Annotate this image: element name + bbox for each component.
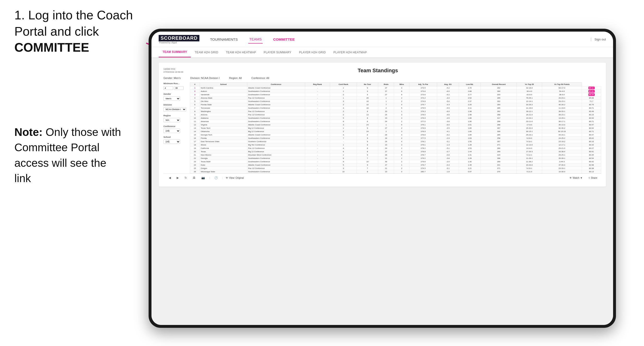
cell-school[interactable]: North Carolina	[200, 86, 247, 90]
cell-reg-rank: -	[305, 117, 330, 120]
region-select[interactable]: N/A	[164, 118, 180, 122]
content-area: Update time: 27/03/2024 16:56:26 Team St…	[152, 58, 613, 325]
cell-school[interactable]: California	[200, 147, 247, 150]
cell-school[interactable]: Arkansas	[200, 120, 247, 123]
cell-sg: -4.0	[437, 96, 459, 100]
cell-wins: 8	[394, 93, 409, 96]
cell-vs-top25: 12-17-1	[542, 143, 582, 147]
toolbar-print[interactable]: 🖶	[191, 176, 197, 180]
cell-rnds: 27	[378, 86, 394, 90]
cell-points: 80.71	[582, 120, 601, 123]
cell-school[interactable]: Arizona State	[200, 96, 247, 100]
sign-out-button[interactable]: Sign out	[594, 37, 606, 41]
toolbar-camera[interactable]: 📷	[200, 176, 206, 180]
cell-conference: Pac-12 Conference	[247, 147, 305, 150]
cell-school[interactable]: Ole Miss	[200, 100, 247, 103]
cell-points: 80.16	[582, 140, 601, 143]
subnav-player-h2h-heatmap[interactable]: PLAYER H2H HEATMAP	[330, 47, 371, 57]
school-select[interactable]: (All)	[164, 140, 180, 144]
cell-school[interactable]: Arizona	[200, 113, 247, 117]
cell-vs-top25: 39-23-1	[542, 113, 582, 117]
gender-label: Gender	[164, 93, 185, 95]
cell-vs-top25: 40-30-2	[542, 127, 582, 130]
cell-conf-rank: 1	[330, 127, 357, 130]
gender-select[interactable]: Men's	[164, 96, 180, 101]
cell-no-tour: 24	[357, 123, 378, 127]
toolbar-refresh[interactable]: ↻	[183, 176, 188, 180]
cell-overall: 17-9-0	[517, 123, 542, 127]
cell-rnds: 23	[378, 110, 394, 113]
cell-points: 71.7	[582, 100, 601, 103]
cell-overall: 17-33-3	[517, 150, 542, 153]
cell-adj: 274.2	[409, 96, 437, 100]
cell-school[interactable]: Texas A&M	[200, 160, 247, 164]
cell-school[interactable]: Florida State	[200, 103, 247, 107]
cell-vs-top25: 13-29-1	[542, 117, 582, 120]
nav-committee[interactable]: COMMITTEE	[272, 35, 296, 43]
cell-school[interactable]: Virginia	[200, 123, 247, 127]
subnav-team-h2h-grid[interactable]: TEAM H2H GRID	[191, 47, 222, 57]
cell-school[interactable]: Texas	[200, 150, 247, 153]
subnav-player-h2h-grid[interactable]: PLAYER H2H GRID	[295, 47, 330, 57]
cell-reg-rank: -	[305, 93, 330, 96]
nav-tournaments[interactable]: TOURNAMENTS	[209, 35, 239, 43]
table-row: 14OklahomaBig 12 Conference-22423276.9-4…	[190, 130, 601, 133]
watch-button[interactable]: 👁 Watch ▼	[570, 176, 582, 179]
cell-school[interactable]: Oregon	[200, 167, 247, 170]
cell-school[interactable]: Vanderbilt	[200, 93, 247, 96]
nav-teams[interactable]: TEAMS	[248, 35, 263, 43]
subnav-player-summary[interactable]: PLAYER SUMMARY	[260, 47, 295, 57]
cell-reg-rank: -	[305, 150, 330, 153]
cell-vs-top25: 29-25-1	[542, 153, 582, 157]
table-row: 2AuburnSoutheastern Conference-19276273.…	[190, 90, 601, 93]
cell-school[interactable]: Auburn	[200, 90, 247, 93]
subnav-team-summary[interactable]: TEAM SUMMARY	[159, 47, 191, 57]
cell-low-rd: 271	[481, 143, 517, 147]
cell-vs-top25: 40-26-2	[542, 103, 582, 107]
cell-conf-rank: 4	[330, 107, 357, 110]
cell-school[interactable]: New Mexico	[200, 153, 247, 157]
cell-rank: 13	[190, 127, 200, 130]
cell-conference: Pac-12 Conference	[247, 113, 305, 117]
cell-points: 80.42	[582, 160, 601, 164]
cell-overall: 30-15-1	[517, 130, 542, 133]
tablet-frame: SCOREBOARD Powered by clippd TOURNAMENTS…	[148, 29, 616, 328]
cell-vs-top25: 37-30-0	[542, 164, 582, 167]
table-row: 18IllinoisBig Ten Conference-18233279.1-…	[190, 143, 601, 147]
cell-school[interactable]: Mississippi State	[200, 170, 247, 173]
cell-school[interactable]: Washington	[200, 110, 247, 113]
cell-school[interactable]: East Tennessee State	[200, 140, 247, 143]
min-rounds-input1[interactable]	[164, 86, 173, 90]
subnav-team-h2h-heatmap[interactable]: TEAM H2H HEATMAP	[222, 47, 260, 57]
cell-avg-sg: 0.97	[459, 170, 480, 173]
cell-school[interactable]: Tennessee	[200, 107, 247, 110]
col-vs-top25: Vs Top 25	[517, 83, 542, 86]
toolbar-back[interactable]: ◀	[167, 176, 172, 180]
cell-school[interactable]: Alabama	[200, 117, 247, 120]
region-group: Region N/A	[164, 114, 185, 122]
toolbar-clock[interactable]: 🕐	[213, 176, 219, 180]
cell-school[interactable]: Georgia Tech	[200, 133, 247, 137]
instruction-text: Log into the Coach Portal and click	[14, 8, 133, 38]
cell-avg-sg: 2.01	[459, 123, 480, 127]
min-rounds-input2[interactable]	[174, 86, 184, 90]
cell-sg: -0.4	[437, 164, 459, 167]
cell-school[interactable]: Illinois	[200, 143, 247, 147]
cell-school[interactable]: Florida	[200, 137, 247, 140]
toolbar-forward[interactable]: ▶	[175, 176, 180, 180]
cell-avg-sg: 1.90	[459, 120, 480, 123]
view-original-btn[interactable]: 👁 View: Original	[226, 176, 244, 179]
cell-school[interactable]: Texas Tech	[200, 127, 247, 130]
conference-select[interactable]: (All)	[164, 129, 180, 133]
share-button[interactable]: ⇧ Share	[588, 176, 597, 179]
cell-conference: Pac-12 Conference	[247, 96, 305, 100]
cell-school[interactable]: Duke	[200, 164, 247, 167]
cell-school[interactable]: Georgia	[200, 157, 247, 160]
cell-no-tour: 9	[357, 164, 378, 167]
cell-school[interactable]: Oklahoma	[200, 130, 247, 133]
division-select[interactable]: NCAA Division I	[164, 107, 186, 112]
cell-conference: Big 12 Conference	[247, 130, 305, 133]
cell-reg-rank: -	[305, 170, 330, 173]
cell-overall: 10-23-0	[517, 164, 542, 167]
cell-points: 80.79	[582, 103, 601, 107]
